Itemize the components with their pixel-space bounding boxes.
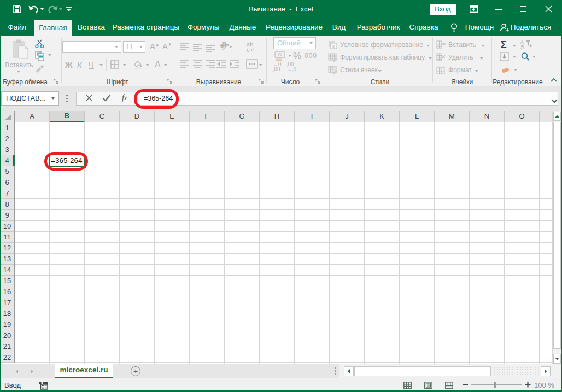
svg-text:ab: ab — [219, 42, 228, 49]
svg-text:Я: Я — [520, 44, 524, 49]
svg-text:c: c — [247, 46, 250, 53]
